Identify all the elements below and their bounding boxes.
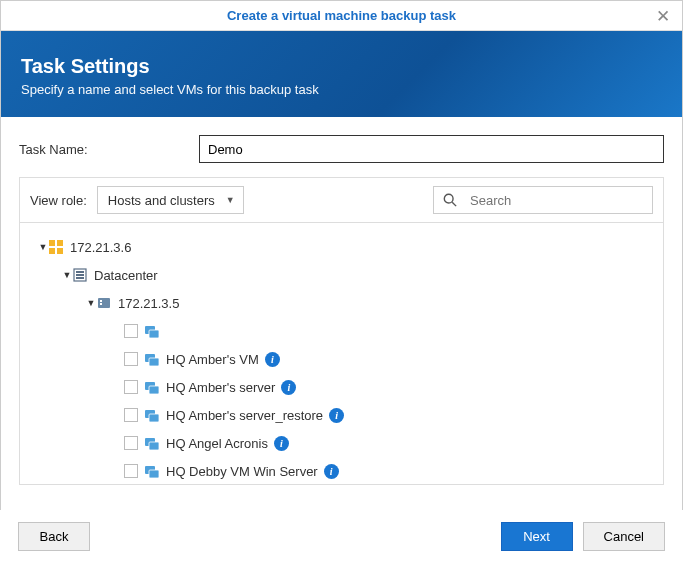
svg-rect-24 — [149, 470, 159, 478]
datacenter-icon — [72, 267, 88, 283]
svg-rect-10 — [98, 298, 110, 308]
search-box[interactable] — [433, 186, 653, 214]
tree-vm-row[interactable]: HQ Debby VM Win Serveri — [20, 457, 663, 485]
close-icon[interactable]: ✕ — [656, 7, 670, 24]
info-icon[interactable]: i — [265, 352, 280, 367]
svg-rect-18 — [149, 386, 159, 394]
task-name-row: Task Name: — [19, 135, 664, 163]
svg-rect-8 — [76, 274, 84, 276]
view-role-value: Hosts and clusters — [108, 193, 215, 208]
vm-label: HQ Amber's VM — [166, 352, 259, 367]
svg-rect-3 — [57, 240, 63, 246]
info-icon[interactable]: i — [329, 408, 344, 423]
search-input[interactable] — [464, 193, 644, 208]
vm-checkbox[interactable] — [124, 408, 138, 422]
vm-icon — [144, 323, 160, 339]
cancel-button[interactable]: Cancel — [583, 522, 665, 551]
task-name-label: Task Name: — [19, 142, 199, 157]
vm-label: HQ Debby VM Win Server — [166, 464, 318, 479]
tree-label: 172.21.3.5 — [118, 296, 179, 311]
vm-icon — [144, 407, 160, 423]
tree-label: 172.21.3.6 — [70, 240, 131, 255]
content: Task Name: View role: Hosts and clusters… — [1, 117, 682, 503]
window-title: Create a virtual machine backup task — [227, 8, 456, 23]
view-role-dropdown[interactable]: Hosts and clusters — [97, 186, 244, 214]
svg-rect-4 — [49, 248, 55, 254]
svg-point-0 — [444, 194, 453, 203]
vm-checkbox[interactable] — [124, 324, 138, 338]
tree-vm-row[interactable]: HQ Amber's serveri — [20, 373, 663, 401]
info-icon[interactable]: i — [324, 464, 339, 479]
vm-icon — [144, 351, 160, 367]
svg-rect-9 — [76, 277, 84, 279]
banner: Task Settings Specify a name and select … — [1, 31, 682, 117]
task-name-input[interactable] — [199, 135, 664, 163]
svg-rect-20 — [149, 414, 159, 422]
vm-checkbox[interactable] — [124, 352, 138, 366]
svg-rect-22 — [149, 442, 159, 450]
view-role-label: View role: — [30, 193, 87, 208]
vm-tree[interactable]: ▼ 172.21.3.6 ▼ Datacenter ▼ 172.21.3.5 H… — [19, 223, 664, 485]
expander-icon[interactable]: ▼ — [86, 298, 96, 308]
vm-label: HQ Amber's server_restore — [166, 408, 323, 423]
vm-label: HQ Amber's server — [166, 380, 275, 395]
tree-vm-row[interactable]: HQ Angel Acronisi — [20, 429, 663, 457]
svg-rect-11 — [100, 300, 102, 302]
tree-host-row[interactable]: ▼ 172.21.3.5 — [20, 289, 663, 317]
expander-icon[interactable]: ▼ — [38, 242, 48, 252]
vm-icon — [144, 379, 160, 395]
vm-checkbox[interactable] — [124, 380, 138, 394]
info-icon[interactable]: i — [281, 380, 296, 395]
tree-label: Datacenter — [94, 268, 158, 283]
expander-icon[interactable]: ▼ — [62, 270, 72, 280]
svg-rect-7 — [76, 271, 84, 273]
svg-rect-14 — [149, 330, 159, 338]
filter-bar: View role: Hosts and clusters — [19, 177, 664, 223]
tree-vcenter-row[interactable]: ▼ 172.21.3.6 — [20, 233, 663, 261]
back-button[interactable]: Back — [18, 522, 90, 551]
banner-heading: Task Settings — [21, 55, 662, 78]
tree-datacenter-row[interactable]: ▼ Datacenter — [20, 261, 663, 289]
search-icon — [442, 192, 458, 208]
banner-subheading: Specify a name and select VMs for this b… — [21, 82, 662, 97]
svg-rect-16 — [149, 358, 159, 366]
vm-icon — [144, 463, 160, 479]
next-button[interactable]: Next — [501, 522, 573, 551]
svg-rect-2 — [49, 240, 55, 246]
host-icon — [96, 295, 112, 311]
svg-line-1 — [452, 202, 456, 206]
vcenter-icon — [48, 239, 64, 255]
footer: Back Next Cancel — [0, 510, 683, 563]
vm-checkbox[interactable] — [124, 436, 138, 450]
tree-vm-row[interactable] — [20, 317, 663, 345]
titlebar: Create a virtual machine backup task ✕ — [1, 1, 682, 31]
svg-rect-12 — [100, 303, 102, 305]
tree-vm-row[interactable]: HQ Amber's VMi — [20, 345, 663, 373]
tree-vm-row[interactable]: HQ Amber's server_restorei — [20, 401, 663, 429]
vm-label: HQ Angel Acronis — [166, 436, 268, 451]
vm-checkbox[interactable] — [124, 464, 138, 478]
info-icon[interactable]: i — [274, 436, 289, 451]
vm-icon — [144, 435, 160, 451]
svg-rect-5 — [57, 248, 63, 254]
